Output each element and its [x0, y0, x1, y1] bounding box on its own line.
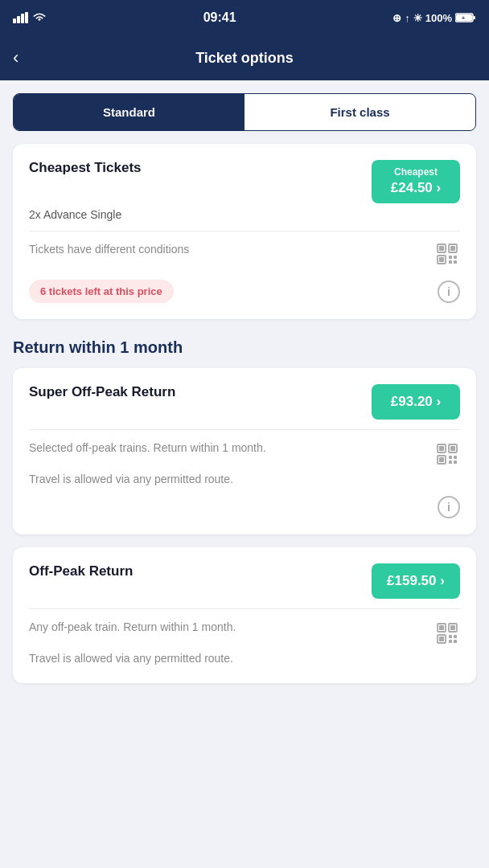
location-icon: ⊕ — [392, 12, 401, 24]
bluetooth-icon: ✳ — [413, 12, 422, 24]
off-peak-title: Off-Peak Return — [29, 563, 133, 579]
svg-rect-34 — [449, 635, 452, 638]
battery-icon: + — [455, 12, 476, 23]
status-time: 09:41 — [203, 10, 236, 25]
cheapest-price-value: £24.50 › — [391, 179, 441, 197]
svg-rect-24 — [449, 456, 452, 459]
divider-3 — [29, 608, 460, 609]
qr-icon-super — [434, 441, 460, 467]
divider-1 — [29, 231, 460, 231]
cheapest-condition-text: Tickets have different conditions — [29, 241, 428, 258]
svg-rect-11 — [450, 246, 455, 251]
svg-rect-37 — [454, 640, 457, 643]
app-header: ‹ Ticket options — [0, 35, 489, 80]
cheapest-label-small: Cheapest — [394, 166, 438, 179]
status-right: ⊕ ↑ ✳ 100% + — [392, 12, 476, 24]
main-content: Cheapest Tickets Cheapest £24.50 › 2x Ad… — [0, 131, 489, 709]
super-off-peak-desc-container: Selected off-peak trains. Return within … — [29, 440, 428, 488]
svg-rect-26 — [449, 461, 452, 464]
svg-rect-15 — [454, 256, 457, 259]
qr-icon-cheapest — [434, 241, 460, 267]
super-off-peak-title: Super Off-Peak Return — [29, 384, 175, 400]
cheapest-tickets-card: Cheapest Tickets Cheapest £24.50 › 2x Ad… — [13, 144, 476, 319]
cheapest-bottom-row: 6 tickets left at this price i — [29, 272, 460, 303]
svg-rect-13 — [439, 257, 444, 262]
svg-rect-9 — [439, 246, 444, 251]
off-peak-card: Off-Peak Return £159.50 › Any off-peak t… — [13, 547, 476, 683]
svg-rect-27 — [454, 461, 457, 464]
off-peak-header: Off-Peak Return £159.50 › — [29, 563, 460, 599]
svg-rect-6 — [473, 16, 475, 19]
svg-rect-14 — [449, 256, 452, 259]
page-title: Ticket options — [195, 50, 294, 67]
svg-rect-35 — [454, 635, 457, 638]
info-icon-cheapest[interactable]: i — [438, 280, 460, 303]
off-peak-desc-row: Any off-peak train. Return within 1 mont… — [29, 619, 460, 667]
cheapest-card-subtitle: 2x Advance Single — [29, 208, 460, 221]
first-class-tab[interactable]: First class — [244, 94, 475, 130]
back-button[interactable]: ‹ — [13, 47, 18, 68]
svg-rect-23 — [439, 457, 444, 462]
super-off-peak-desc2: Travel is allowed via any permitted rout… — [29, 471, 428, 488]
svg-rect-21 — [450, 446, 455, 451]
super-off-peak-desc1: Selected off-peak trains. Return within … — [29, 440, 428, 457]
svg-rect-2 — [21, 14, 24, 23]
svg-rect-29 — [439, 625, 444, 630]
tickets-left-badge: 6 tickets left at this price — [29, 280, 174, 303]
cheapest-card-header: Cheapest Tickets Cheapest £24.50 › — [29, 160, 460, 203]
super-off-peak-price-button[interactable]: £93.20 › — [372, 384, 460, 420]
off-peak-desc-container: Any off-peak train. Return within 1 mont… — [29, 619, 428, 667]
status-left — [13, 12, 47, 23]
svg-rect-0 — [13, 18, 16, 23]
cheapest-desc-row: Tickets have different conditions — [29, 241, 460, 267]
battery-pct: 100% — [425, 12, 452, 24]
signal-icon — [13, 12, 29, 23]
super-off-peak-desc-row: Selected off-peak trains. Return within … — [29, 440, 460, 488]
super-off-peak-header: Super Off-Peak Return £93.20 › — [29, 384, 460, 420]
class-tab-toggle: Standard First class — [13, 93, 476, 131]
off-peak-price-button[interactable]: £159.50 › — [372, 563, 460, 599]
svg-rect-1 — [17, 16, 20, 23]
divider-2 — [29, 429, 460, 430]
svg-rect-25 — [454, 456, 457, 459]
svg-text:+: + — [462, 15, 465, 21]
info-icon-super[interactable]: i — [438, 496, 460, 518]
svg-rect-36 — [449, 640, 452, 643]
tab-container: Standard First class — [0, 80, 489, 131]
off-peak-desc1: Any off-peak train. Return within 1 mont… — [29, 619, 428, 636]
svg-rect-33 — [439, 637, 444, 641]
status-bar: 09:41 ⊕ ↑ ✳ 100% + — [0, 0, 489, 35]
super-off-peak-card: Super Off-Peak Return £93.20 › Selected … — [13, 368, 476, 534]
wifi-icon — [32, 12, 47, 23]
standard-tab[interactable]: Standard — [14, 94, 244, 130]
qr-icon-off-peak — [434, 620, 460, 646]
svg-rect-16 — [449, 260, 452, 264]
svg-rect-19 — [439, 446, 444, 451]
cheapest-price-button[interactable]: Cheapest £24.50 › — [372, 160, 460, 203]
cheapest-card-title: Cheapest Tickets — [29, 160, 142, 176]
arrow-icon: ↑ — [405, 12, 410, 24]
svg-rect-17 — [454, 260, 457, 264]
svg-rect-3 — [25, 12, 28, 23]
off-peak-desc2: Travel is allowed via any permitted rout… — [29, 650, 428, 667]
svg-rect-31 — [450, 625, 455, 630]
section-title-return: Return within 1 month — [13, 338, 476, 357]
